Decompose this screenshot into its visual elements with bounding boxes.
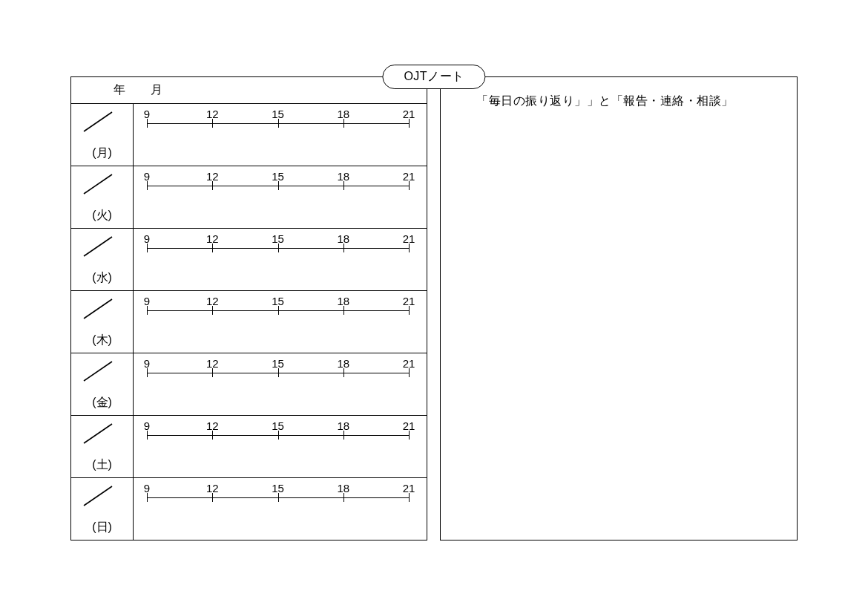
year-month-header: 年 月 — [71, 77, 427, 103]
timeline-tick-label: 18 — [337, 232, 349, 245]
date-slash-icon — [82, 110, 114, 134]
date-slash-icon — [82, 359, 114, 383]
day-timeline-cell: 912151821 — [134, 166, 427, 228]
day-of-week-label: (金) — [71, 395, 133, 411]
day-date-cell: (金) — [71, 353, 134, 415]
day-timeline-cell: 912151821 — [134, 104, 427, 166]
day-of-week-label: (土) — [71, 457, 133, 473]
page-title-text: OJTノート — [404, 69, 464, 85]
day-of-week-label: (月) — [71, 146, 133, 161]
timeline-tick-label: 12 — [206, 419, 219, 432]
day-of-week-label: (日) — [71, 520, 133, 535]
timeline-tick-label: 9 — [144, 419, 150, 432]
timeline-tick-label: 18 — [337, 482, 349, 494]
svg-line-5 — [84, 424, 112, 443]
timeline-tick-label: 12 — [206, 357, 219, 370]
timeline-tick-label: 9 — [144, 170, 150, 183]
day-date-cell: (火) — [71, 166, 134, 228]
timeline: 912151821 — [147, 359, 409, 380]
day-date-cell: (日) — [71, 478, 134, 540]
timeline-tick-label: 21 — [403, 232, 415, 245]
timeline-tick-label: 21 — [403, 170, 415, 183]
timeline-tick-label: 12 — [206, 232, 219, 245]
timeline: 912151821 — [147, 297, 409, 318]
date-slash-icon — [82, 422, 114, 445]
timeline-tick-label: 18 — [337, 295, 349, 307]
day-of-week-label: (水) — [71, 270, 133, 286]
timeline-tick-label: 21 — [403, 108, 415, 120]
day-of-week-label: (木) — [71, 333, 133, 348]
timeline-tick-label: 18 — [337, 108, 349, 120]
timeline-tick-label: 15 — [272, 232, 284, 245]
notes-heading: 「毎日の振り返り」」と「報告・連絡・相談」 — [476, 94, 788, 109]
year-unit: 年 — [114, 82, 126, 98]
timeline-tick-label: 9 — [144, 482, 150, 494]
day-row: (日)912151821 — [71, 477, 427, 540]
day-timeline-cell: 912151821 — [134, 229, 427, 290]
day-timeline-cell: 912151821 — [134, 353, 427, 415]
day-date-cell: (水) — [71, 229, 134, 290]
day-row: (木)912151821 — [71, 290, 427, 353]
timeline-tick-label: 21 — [403, 482, 415, 494]
day-row: (月)912151821 — [71, 103, 427, 166]
timeline-tick-label: 15 — [272, 170, 284, 183]
svg-line-4 — [84, 362, 112, 381]
days-wrap: (月)912151821(火)912151821(水)912151821(木)9… — [71, 103, 427, 540]
date-slash-icon — [82, 484, 114, 508]
timeline-tick-label: 21 — [403, 295, 415, 307]
schedule-panel: 年 月 (月)912151821(火)912151821(水)912151821… — [70, 76, 427, 540]
page-title-pill: OJTノート — [382, 65, 485, 89]
day-date-cell: (月) — [71, 104, 134, 166]
svg-line-2 — [84, 237, 112, 256]
timeline-tick-label: 15 — [272, 482, 284, 494]
timeline: 912151821 — [147, 235, 409, 255]
date-slash-icon — [82, 172, 114, 196]
timeline-tick-label: 21 — [403, 357, 415, 370]
svg-line-3 — [84, 299, 112, 319]
svg-line-6 — [84, 486, 112, 506]
day-date-cell: (土) — [71, 416, 134, 477]
timeline-tick-label: 18 — [337, 357, 349, 370]
timeline-tick-label: 18 — [337, 419, 349, 432]
day-row: (金)912151821 — [71, 353, 427, 415]
timeline-tick-label: 15 — [272, 295, 284, 307]
svg-line-1 — [84, 174, 112, 194]
day-timeline-cell: 912151821 — [134, 478, 427, 540]
timeline-tick-label: 9 — [144, 295, 150, 307]
day-row: (火)912151821 — [71, 166, 427, 228]
timeline-tick-label: 12 — [206, 295, 219, 307]
day-timeline-cell: 912151821 — [134, 416, 427, 477]
day-date-cell: (木) — [71, 291, 134, 353]
timeline-tick-label: 12 — [206, 170, 219, 183]
svg-line-0 — [84, 112, 112, 131]
day-row: (土)912151821 — [71, 415, 427, 477]
notes-panel: 「毎日の振り返り」」と「報告・連絡・相談」 — [440, 76, 798, 540]
timeline: 912151821 — [147, 172, 409, 193]
timeline-tick-label: 15 — [272, 108, 284, 120]
timeline: 912151821 — [147, 484, 409, 505]
timeline-tick-label: 9 — [144, 108, 150, 120]
month-unit: 月 — [151, 82, 163, 98]
day-row: (水)912151821 — [71, 228, 427, 290]
timeline-tick-label: 12 — [206, 108, 219, 120]
timeline-tick-label: 12 — [206, 482, 219, 494]
date-slash-icon — [82, 235, 114, 258]
timeline-tick-label: 15 — [272, 357, 284, 370]
header-spacer — [126, 82, 151, 98]
date-slash-icon — [82, 297, 114, 321]
timeline-tick-label: 15 — [272, 419, 284, 432]
timeline: 912151821 — [147, 110, 409, 131]
timeline-tick-label: 21 — [403, 419, 415, 432]
timeline: 912151821 — [147, 422, 409, 442]
day-timeline-cell: 912151821 — [134, 291, 427, 353]
timeline-tick-label: 18 — [337, 170, 349, 183]
day-of-week-label: (火) — [71, 208, 133, 223]
timeline-tick-label: 9 — [144, 232, 150, 245]
timeline-tick-label: 9 — [144, 357, 150, 370]
